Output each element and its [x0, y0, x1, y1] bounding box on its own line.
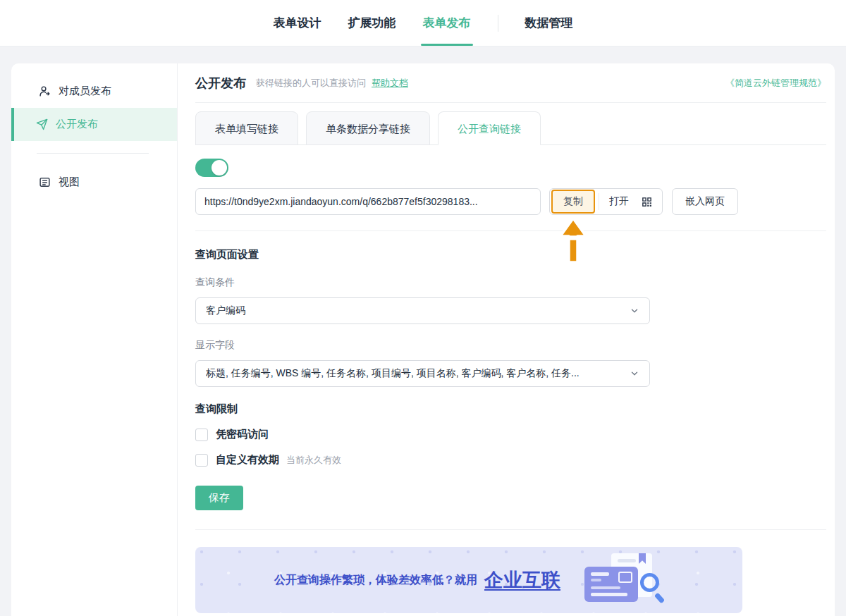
tab-form-design[interactable]: 表单设计: [274, 0, 321, 46]
top-navigation: 表单设计 扩展功能 表单发布 数据管理: [0, 0, 846, 47]
sidebar-item-label: 对成员发布: [59, 85, 111, 98]
link-action-group: 复制 打开: [549, 188, 663, 215]
nav-divider: [498, 15, 498, 32]
display-fields-select[interactable]: 标题, 任务编号, WBS 编号, 任务名称, 项目编号, 项目名称, 客户编码…: [195, 360, 650, 387]
sidebar-item-public-publish[interactable]: 公开发布: [11, 108, 177, 141]
sidebar-divider: [37, 153, 149, 154]
toggle-knob: [212, 160, 227, 175]
custom-validity-label: 自定义有效期: [216, 453, 279, 467]
sidebar-item-views[interactable]: 视图: [11, 166, 177, 199]
main-panel: 公开发布 获得链接的人可以直接访问 帮助文档 《简道云外链管理规范》 表单填写链…: [178, 63, 835, 616]
tab-data-management[interactable]: 数据管理: [525, 0, 573, 46]
public-link-toggle[interactable]: [195, 159, 228, 177]
link-type-tabs: 表单填写链接 单条数据分享链接 公开查询链接: [195, 111, 826, 145]
link-row: 复制 打开: [195, 188, 826, 215]
open-button[interactable]: 打开: [599, 195, 639, 208]
chevron-down-icon: [630, 306, 639, 316]
public-query-panel: 复制 打开: [195, 145, 826, 613]
sidebar-item-label: 公开发布: [56, 118, 98, 131]
help-doc-link[interactable]: 帮助文档: [372, 77, 408, 90]
content-card: 对成员发布 公开发布 视图 公开发布 获得链接的人可以直接访问 帮助文档: [11, 63, 835, 616]
banner-text: 公开查询操作繁琐，体验差效率低？就用: [274, 573, 477, 588]
embed-webpage-button[interactable]: 嵌入网页: [672, 188, 738, 215]
custom-validity-checkbox[interactable]: [195, 454, 208, 467]
sidebar: 对成员发布 公开发布 视图: [11, 63, 178, 616]
query-limits-title: 查询限制: [195, 402, 826, 416]
display-fields-value: 标题, 任务编号, WBS 编号, 任务名称, 项目编号, 项目名称, 客户编码…: [206, 367, 587, 380]
divider: [195, 230, 826, 231]
copy-button-label: 复制: [563, 195, 583, 208]
send-icon: [35, 118, 48, 131]
promo-banner[interactable]: 公开查询操作繁琐，体验差效率低？就用 企业互联: [195, 547, 742, 613]
save-button[interactable]: 保存: [195, 486, 243, 510]
sidebar-item-member-publish[interactable]: 对成员发布: [11, 75, 177, 108]
tab-public-query-link[interactable]: 公开查询链接: [438, 111, 541, 145]
query-page-settings-title: 查询页面设置: [195, 248, 826, 261]
section-header: 公开发布 获得链接的人可以直接访问 帮助文档 《简道云外链管理规范》: [195, 63, 826, 103]
custom-validity-row: 自定义有效期 当前永久有效: [195, 453, 826, 467]
qr-code-icon[interactable]: [639, 196, 662, 208]
page-title: 公开发布: [195, 75, 246, 92]
tab-form-publish[interactable]: 表单发布: [423, 0, 471, 46]
query-condition-select[interactable]: 客户编码: [195, 297, 650, 324]
public-link-input[interactable]: [195, 188, 541, 215]
annotation-arrow-icon: [558, 217, 588, 266]
tab-single-data-share-link[interactable]: 单条数据分享链接: [306, 111, 430, 145]
sidebar-item-label: 视图: [59, 175, 80, 189]
password-access-checkbox[interactable]: [195, 429, 208, 441]
chevron-down-icon: [630, 369, 639, 378]
document-search-illustration-icon: [584, 552, 663, 608]
divider: [195, 529, 826, 530]
query-condition-value: 客户编码: [206, 304, 252, 317]
view-icon: [38, 176, 51, 189]
external-link-policy[interactable]: 《简道云外链管理规范》: [725, 77, 826, 90]
password-access-label: 凭密码访问: [216, 428, 269, 441]
copy-button[interactable]: 复制: [551, 190, 595, 214]
validity-note: 当前永久有效: [286, 454, 341, 467]
tab-form-fill-link[interactable]: 表单填写链接: [195, 111, 298, 145]
display-fields-label: 显示字段: [195, 339, 826, 352]
query-condition-label: 查询条件: [195, 276, 826, 289]
user-publish-icon: [38, 85, 51, 98]
page-subtitle: 获得链接的人可以直接访问: [256, 77, 366, 90]
banner-brand-link[interactable]: 企业互联: [484, 567, 560, 593]
tab-extensions[interactable]: 扩展功能: [348, 0, 396, 46]
password-access-row: 凭密码访问: [195, 428, 826, 441]
